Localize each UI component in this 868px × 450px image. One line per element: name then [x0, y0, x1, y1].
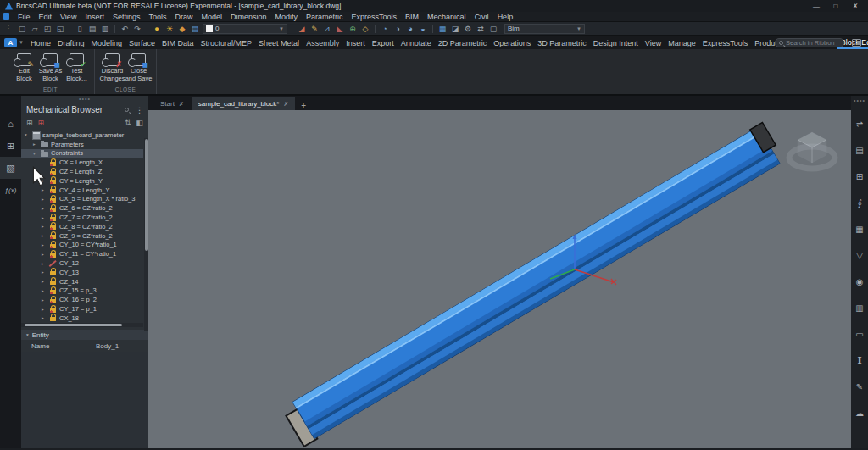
- tree-row[interactable]: ▸ CX_5 = Length_X * ratio_3: [21, 195, 143, 204]
- ribbon-tab[interactable]: Design Intent: [590, 37, 642, 48]
- sep[interactable]: [292, 25, 292, 33]
- menu-item[interactable]: Model: [197, 13, 226, 21]
- save-icon[interactable]: ◰: [42, 24, 53, 34]
- menu-item[interactable]: ExpressTools: [348, 13, 402, 21]
- menu-item[interactable]: Tools: [144, 13, 170, 21]
- tree-expander[interactable]: ▾: [25, 132, 31, 137]
- tree-expander[interactable]: ▾: [33, 151, 40, 156]
- menu-item[interactable]: Civil: [470, 13, 493, 21]
- view-iso-icon[interactable]: ◒: [418, 24, 428, 34]
- ribbon-button[interactable]: Close and Save: [125, 52, 152, 85]
- menu-item[interactable]: Mechanical: [423, 13, 470, 21]
- plot-icon[interactable]: ▥: [100, 24, 110, 34]
- ribbon-tab[interactable]: Operations: [490, 37, 534, 48]
- redo-icon[interactable]: ↷: [132, 24, 142, 34]
- tree-row[interactable]: ▸ CZ_6 = CZ*ratio_2: [21, 203, 143, 213]
- cloud-icon[interactable]: ☁: [851, 400, 868, 426]
- menu-item[interactable]: BIM: [401, 13, 423, 21]
- view-left-icon[interactable]: ◕: [405, 24, 415, 34]
- view-top-icon[interactable]: ◔: [380, 24, 390, 34]
- print-icon[interactable]: ▤: [87, 24, 97, 34]
- ribbon-tab[interactable]: Home: [27, 37, 54, 48]
- ribbon-button[interactable]: Test Block...: [64, 52, 90, 85]
- app-button[interactable]: A: [4, 38, 17, 47]
- menu-item[interactable]: Insert: [81, 13, 108, 21]
- panel-grip[interactable]: ••••: [21, 96, 148, 103]
- ribbon-tab[interactable]: Manage: [665, 37, 699, 48]
- profiles-icon[interactable]: I: [851, 347, 868, 374]
- esnap-icon[interactable]: ◢: [297, 24, 307, 34]
- insert-block-icon[interactable]: ⊞: [26, 119, 33, 127]
- ribbon-tab[interactable]: Export: [369, 37, 398, 48]
- toolbar-grip[interactable]: ⋮: [5, 25, 13, 32]
- remove-block-icon[interactable]: ⊞: [38, 119, 45, 127]
- ribbon-tab[interactable]: Drafting: [54, 37, 88, 48]
- maximize-button[interactable]: □: [826, 1, 845, 12]
- open-icon[interactable]: ▱: [30, 24, 40, 34]
- preview-icon[interactable]: ▯: [75, 24, 85, 34]
- window-icon[interactable]: ▢: [488, 24, 498, 34]
- workspace-combobox[interactable]: Bim ▼: [504, 24, 585, 34]
- ribbon-tab[interactable]: View: [642, 37, 665, 48]
- close-button[interactable]: ✗: [846, 1, 865, 12]
- layer-freeze-icon[interactable]: ☀: [164, 24, 175, 34]
- tree-row[interactable]: ▾ Constraints: [21, 149, 143, 158]
- annotate-panel-icon[interactable]: ✎: [851, 374, 868, 400]
- tree-expander[interactable]: ▸: [42, 297, 48, 303]
- ribbon-tab[interactable]: 2D Parametric: [435, 37, 491, 48]
- entity-section-header[interactable]: ▾ Entity: [21, 330, 148, 340]
- undo-icon[interactable]: ↶: [120, 24, 130, 34]
- ribbon-button[interactable]: Edit Block: [11, 52, 37, 85]
- ribbon-tab[interactable]: Assembly: [303, 37, 342, 48]
- parameters-fx-icon[interactable]: ƒ(x): [0, 179, 21, 201]
- close-tab-icon[interactable]: ✗: [283, 101, 288, 108]
- polar-icon[interactable]: ◣: [335, 24, 345, 34]
- menu-item[interactable]: View: [56, 13, 81, 21]
- tree-expander[interactable]: ▸: [42, 288, 48, 293]
- panel-grip[interactable]: ••••: [854, 97, 865, 104]
- tree-row[interactable]: ▸ CZ_9 = CZ*ratio_2: [21, 231, 143, 241]
- ribbon-tab[interactable]: 3D Parametric: [534, 37, 590, 48]
- tree-expander[interactable]: ▸: [42, 215, 48, 220]
- sketch-icon[interactable]: ✎: [309, 24, 320, 34]
- ribbon-layout-icon[interactable]: [852, 39, 861, 47]
- tree-expander[interactable]: ▸: [42, 269, 48, 275]
- search-icon[interactable]: [125, 108, 129, 112]
- osnap-icon[interactable]: ⊕: [348, 24, 358, 34]
- home-icon[interactable]: ⌂: [0, 113, 21, 135]
- menu-item[interactable]: Parametric: [302, 13, 348, 21]
- layer-plot-icon[interactable]: ▤: [190, 24, 200, 34]
- ortho-icon[interactable]: ⊿: [322, 24, 332, 34]
- tree-row[interactable]: ▸ CZ_15 = p_3: [21, 286, 143, 296]
- close-tab-icon[interactable]: ✗: [179, 101, 184, 108]
- tree-row[interactable]: ▸ CY_12: [21, 258, 143, 268]
- ribbon-button[interactable]: Discard Changes: [99, 52, 125, 85]
- minimize-button[interactable]: —: [807, 1, 826, 12]
- tree-expander[interactable]: ▸: [33, 142, 40, 147]
- render-mode-icon[interactable]: ◪: [450, 24, 460, 34]
- layer-on-icon[interactable]: ●: [152, 24, 162, 34]
- ribbon-search-box[interactable]: Search in Ribbon: [775, 38, 844, 47]
- tree-row[interactable]: ▸ Parameters: [21, 140, 143, 149]
- tree-expander[interactable]: ▸: [42, 261, 48, 266]
- sep[interactable]: [375, 25, 376, 33]
- components-icon[interactable]: ⊞: [851, 164, 868, 190]
- ribbon-tab[interactable]: Annotate: [398, 37, 435, 48]
- structure-browser-icon[interactable]: ⊞: [0, 135, 21, 157]
- document-tab[interactable]: Start ✗: [153, 97, 191, 110]
- app-menu-icon[interactable]: [3, 13, 9, 20]
- tree-expander[interactable]: ▸: [42, 279, 48, 284]
- sync-icon[interactable]: ⇄: [476, 24, 486, 34]
- settings-gear-icon[interactable]: ⚙: [463, 24, 473, 34]
- layers-panel-icon[interactable]: ▤: [851, 137, 868, 164]
- tree-expander[interactable]: ▸: [42, 206, 48, 211]
- ribbon-tab[interactable]: BIM Data: [159, 37, 198, 48]
- layer-combobox[interactable]: 0 ▼: [203, 24, 287, 34]
- table-icon[interactable]: ▦: [437, 24, 448, 34]
- properties-tune-icon[interactable]: ⇌: [851, 111, 868, 137]
- menu-item[interactable]: Draw: [170, 13, 197, 21]
- sort-icon[interactable]: ⇅: [125, 119, 131, 127]
- tree-row[interactable]: ▸ CZ_7 = CZ*ratio_2: [21, 213, 143, 222]
- ribbon-button[interactable]: Save As Block: [37, 52, 64, 85]
- ribbon-tab[interactable]: Insert: [342, 37, 369, 48]
